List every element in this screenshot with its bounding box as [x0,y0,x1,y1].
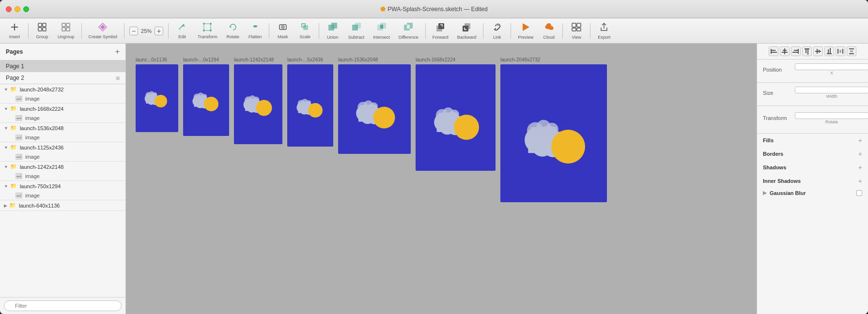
link-button[interactable]: Link [486,20,508,42]
create-symbol-button[interactable]: Create Symbol [85,20,122,41]
group-button[interactable]: Group [31,20,53,41]
layer-group-header-4[interactable]: ▼📁launch-1242x2148 [0,162,125,172]
shadows-section-header[interactable]: Shadows + [757,161,868,174]
inner-shadows-section-header[interactable]: Inner Shadows + [757,174,868,188]
artboard-3[interactable] [287,64,333,147]
filter-input[interactable] [4,300,122,311]
close-button[interactable] [6,6,12,12]
width-input-group: Width [795,87,868,99]
separator [483,23,483,39]
svg-rect-130 [771,49,772,54]
filter-wrap: 🔍 [4,300,122,311]
rotate-icon [228,22,238,33]
export-button[interactable]: Export [593,20,615,42]
svg-point-48 [19,155,21,157]
align-middle-button[interactable] [813,46,823,56]
svg-rect-117 [438,113,458,118]
align-bottom-button[interactable] [824,46,834,56]
artboard-wrap-1: launch-...0x1294 [183,57,229,136]
cloud-button[interactable]: Cloud [538,20,559,42]
align-left-button[interactable] [769,46,778,56]
align-right-button[interactable] [791,46,801,56]
layer-group-header-1[interactable]: ▼📁launch-1668x2224 [0,104,125,114]
view-button[interactable]: View [566,20,587,42]
rotate-button[interactable]: Rotate [222,20,244,41]
gaussian-blur-checkbox[interactable] [856,190,862,196]
artboard-2[interactable] [234,64,282,144]
x-input[interactable] [795,63,868,70]
insert-button[interactable]: Insert [4,20,25,41]
window-title: ⬟ PWA-Splash-Screens.sketch — Edited [380,5,487,13]
svg-rect-35 [463,26,468,31]
difference-icon [403,22,414,34]
svg-rect-31 [407,25,410,29]
artboard-5[interactable] [416,64,496,171]
page-item-1[interactable]: Page 1 [0,60,125,72]
layer-group-header-5[interactable]: ▼📁launch-750x1294 [0,181,125,191]
folder-icon: 📁 [10,144,17,150]
svg-rect-146 [828,49,829,53]
layer-child-name: image [25,173,40,179]
flatten-button[interactable]: Flatten [245,20,266,41]
ungroup-button[interactable]: Ungroup [54,20,78,41]
edit-button[interactable]: Edit [171,20,193,41]
preview-button[interactable]: Preview [514,20,537,42]
layer-child[interactable]: image [0,133,125,142]
distribute-v-button[interactable] [847,46,856,56]
gaussian-expand-icon[interactable]: ▶ [763,190,767,196]
union-button[interactable]: Union [322,20,343,42]
layer-group-header-2[interactable]: ▼📁launch-1536x2048 [0,123,125,133]
layer-group-header-6[interactable]: ▶📁launch-640x1136 [0,200,125,210]
fills-section-header[interactable]: Fills + [757,134,868,147]
page-item-2[interactable]: Page 2 ⊞ [0,72,125,84]
intersect-button[interactable]: Intersect [369,20,394,42]
layer-child[interactable]: image [0,172,125,180]
canvas[interactable]: launc...0x1136 l [126,44,757,314]
layer-child[interactable]: image [0,152,125,161]
rotate-label: Rotate [825,120,838,124]
scale-button[interactable]: Scale [294,20,316,41]
zoom-in-button[interactable]: + [155,27,163,35]
mask-button[interactable]: Mask [272,20,294,41]
width-input[interactable] [795,87,868,93]
fills-add-button[interactable]: + [858,136,862,144]
backward-button[interactable]: Backward [453,20,480,42]
artboard-1[interactable] [183,64,229,136]
artboard-0[interactable] [136,64,178,132]
svg-point-15 [210,23,212,25]
separator [28,23,29,39]
minimize-button[interactable] [15,6,20,12]
zoom-out-button[interactable]: − [129,27,138,35]
view-icon [571,22,582,34]
difference-button[interactable]: Difference [395,20,422,42]
layer-child[interactable]: image [0,114,125,122]
artboard-wrap-5: launch-1668x2224 [416,57,496,171]
forward-button[interactable]: Forward [429,20,452,42]
layer-group-header-3[interactable]: ▼📁launch-1125x2436 [0,142,125,152]
edit-label: Edit [178,34,186,39]
rotate-input[interactable] [795,112,868,119]
distribute-h-button[interactable] [836,46,845,56]
separator [590,23,590,39]
artboard-6[interactable] [500,64,607,202]
add-page-button[interactable]: + [115,47,120,56]
transform-button[interactable]: Transform [194,20,221,41]
align-top-button[interactable] [802,46,812,56]
artboard-4[interactable] [338,64,411,154]
layer-child[interactable]: image [0,94,125,103]
inner-shadows-add-button[interactable]: + [858,177,862,185]
maximize-button[interactable] [23,6,29,12]
svg-rect-8 [62,28,65,31]
union-label: Union [327,35,339,40]
borders-section-header[interactable]: Borders + [757,147,868,161]
borders-add-button[interactable]: + [858,150,862,158]
shadows-add-button[interactable]: + [858,164,862,171]
svg-rect-33 [438,23,444,29]
subtract-button[interactable]: Subtract [344,20,369,42]
svg-rect-4 [38,28,42,31]
svg-rect-135 [782,52,788,53]
align-center-h-button[interactable] [780,46,790,56]
layer-group-header-0[interactable]: ▼📁launch-2048x2732 [0,84,125,94]
layer-child[interactable]: image [0,191,125,200]
image-thumbnail-icon [16,115,22,121]
